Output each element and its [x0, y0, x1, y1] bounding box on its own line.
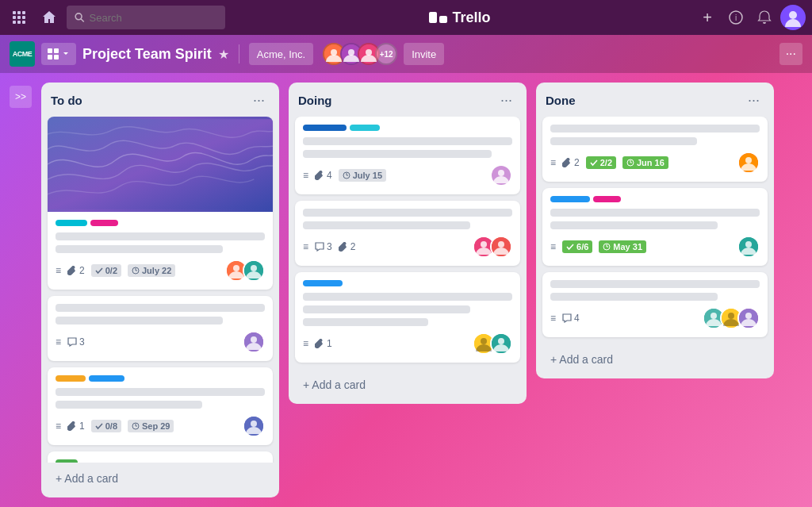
- card-text-2: [550, 293, 718, 301]
- svg-rect-1: [17, 11, 21, 14]
- label-cyan: [350, 125, 380, 131]
- list-icon: ≡: [550, 313, 556, 324]
- svg-rect-18: [54, 55, 59, 60]
- column-done-menu-button[interactable]: ···: [743, 90, 764, 110]
- card-text-1: [56, 304, 265, 312]
- list-icon: ≡: [303, 338, 308, 349]
- comment-count: 3: [315, 241, 332, 252]
- column-todo-menu-button[interactable]: ···: [248, 90, 270, 110]
- card-text-1: [303, 293, 512, 301]
- logo-square-left: [429, 12, 437, 23]
- add-card-button-doing[interactable]: + Add a card: [295, 372, 520, 398]
- card-doing-3[interactable]: ≡ 1: [295, 272, 520, 363]
- card-avatars: [742, 152, 760, 174]
- add-card-button-done[interactable]: + Add a card: [542, 347, 768, 372]
- card-meta: ≡ 6/6 May 31: [550, 236, 760, 258]
- svg-rect-4: [17, 16, 21, 19]
- svg-point-40: [481, 241, 487, 248]
- card-text-1: [550, 280, 760, 288]
- add-card-button-todo[interactable]: + Add a card: [48, 466, 273, 491]
- list-icon: ≡: [550, 241, 556, 252]
- search-input[interactable]: [90, 12, 217, 24]
- card-avatar-1: [737, 152, 760, 174]
- card-text-2: [550, 137, 697, 145]
- card-avatar-3: [737, 307, 760, 329]
- card-done-1[interactable]: ≡ 2 2/2 Jun 16: [542, 117, 768, 182]
- board-view-button[interactable]: [41, 43, 76, 65]
- list-icon: ≡: [56, 421, 61, 432]
- info-button[interactable]: i: [723, 5, 749, 30]
- date-badge: July 15: [339, 169, 386, 182]
- label-blue: [89, 375, 124, 382]
- column-doing: Doing ··· ≡ 4: [289, 83, 527, 404]
- workspace-button[interactable]: Acme, Inc.: [249, 43, 313, 65]
- card-avatar-1: [243, 415, 265, 437]
- svg-point-24: [366, 49, 372, 56]
- card-text-1: [303, 209, 512, 217]
- svg-point-42: [498, 241, 504, 248]
- list-icon: ≡: [56, 336, 61, 348]
- svg-point-9: [75, 13, 82, 20]
- card-todo-2[interactable]: ≡ 3: [48, 296, 273, 361]
- card-meta: ≡ 2 2/2 Jun 16: [550, 152, 760, 174]
- column-todo-cards: ≡ 2 0/2 July 22: [41, 117, 279, 463]
- card-text-1: [303, 137, 512, 145]
- checklist-badge-done: 6/6: [562, 240, 592, 253]
- card-done-2[interactable]: ≡ 6/6 May 31: [542, 188, 768, 266]
- card-doing-2[interactable]: ≡ 3 2: [295, 201, 520, 266]
- more-options-button[interactable]: ···: [779, 43, 802, 65]
- add-button[interactable]: +: [695, 5, 720, 30]
- card-todo-4[interactable]: [48, 451, 273, 463]
- workspace-logo-text: ACME: [13, 50, 33, 58]
- card-meta: ≡ 2 0/2 July 22: [56, 259, 265, 282]
- svg-point-32: [251, 336, 257, 343]
- star-button[interactable]: ★: [218, 47, 229, 62]
- list-icon: ≡: [303, 241, 308, 252]
- column-doing-header: Doing ···: [289, 83, 527, 117]
- notifications-button[interactable]: [752, 5, 777, 30]
- column-done-header: Done ···: [536, 83, 774, 117]
- card-text-1: [56, 388, 265, 396]
- board-title: Project Team Spirit: [82, 46, 212, 63]
- label-indigo: [303, 125, 347, 131]
- column-done-title: Done: [546, 94, 576, 107]
- list-icon: ≡: [56, 265, 61, 276]
- label-blue: [550, 196, 590, 202]
- home-button[interactable]: [36, 5, 62, 30]
- sidebar-toggle: >>: [10, 83, 32, 108]
- card-avatar-2: [490, 236, 512, 258]
- divider: [239, 44, 239, 63]
- card-todo-3[interactable]: ≡ 1 0/8 Sep 29: [48, 367, 273, 445]
- card-avatars: [707, 307, 760, 329]
- label-pink: [593, 196, 621, 202]
- card-todo-1[interactable]: ≡ 2 0/2 July 22: [48, 117, 273, 290]
- card-text-2: [56, 317, 223, 325]
- date-badge-done: Jun 16: [622, 156, 668, 169]
- card-labels: [550, 196, 760, 202]
- svg-rect-2: [22, 11, 25, 14]
- column-doing-cards: ≡ 4 July 15: [289, 117, 527, 369]
- member-count-badge[interactable]: +12: [375, 43, 397, 65]
- card-done-3[interactable]: ≡ 4: [542, 272, 768, 337]
- card-avatars: [230, 259, 265, 282]
- invite-button[interactable]: Invite: [404, 43, 444, 65]
- list-icon: ≡: [550, 157, 556, 168]
- user-avatar[interactable]: [780, 5, 806, 30]
- grid-menu-button[interactable]: [6, 5, 32, 30]
- search-bar[interactable]: [67, 6, 225, 29]
- card-labels: [56, 459, 265, 463]
- column-done: Done ··· ≡ 2 2/2: [536, 83, 774, 378]
- column-doing-menu-button[interactable]: ···: [496, 90, 517, 110]
- attachment-count: 1: [67, 421, 85, 432]
- workspace-logo: ACME: [10, 41, 35, 67]
- member-avatars: +12: [320, 43, 397, 65]
- card-doing-1[interactable]: ≡ 4 July 15: [295, 117, 520, 194]
- sidebar-toggle-button[interactable]: >>: [10, 86, 32, 108]
- card-avatar-1: [243, 331, 265, 353]
- card-meta: ≡ 1: [303, 332, 512, 355]
- card-text-2: [303, 150, 492, 158]
- svg-point-28: [233, 265, 239, 271]
- card-avatars: [247, 331, 265, 353]
- board-content: >> To do ···: [0, 73, 812, 507]
- attachment-count: 2: [67, 265, 85, 276]
